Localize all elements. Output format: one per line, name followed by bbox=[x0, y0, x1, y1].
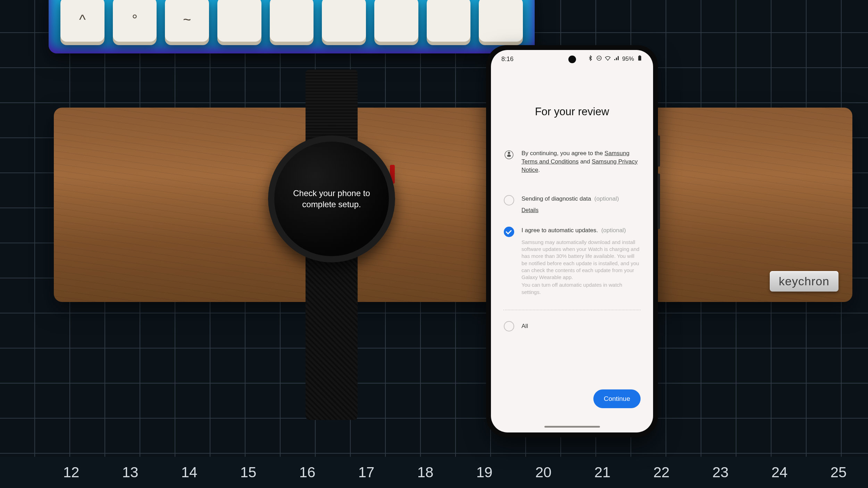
watch-strap-bottom bbox=[306, 257, 358, 420]
wooden-wrist-rest: keychron bbox=[54, 108, 852, 302]
ruler-strip: 121314 151617 181920 212223 2425 bbox=[0, 457, 868, 488]
diagnostic-row[interactable]: Sending of diagnostic data (optional) De… bbox=[503, 195, 641, 214]
keycap bbox=[374, 0, 418, 42]
terms-row: By continuing, you agree to the Samsung … bbox=[503, 149, 641, 174]
bluetooth-icon bbox=[587, 55, 593, 63]
keycap bbox=[479, 0, 523, 42]
diagnostic-checkbox[interactable] bbox=[504, 195, 514, 205]
svg-rect-3 bbox=[639, 56, 640, 56]
status-bar: 8:16 bbox=[491, 50, 653, 68]
phone-screen: 8:16 bbox=[491, 50, 653, 432]
svg-rect-2 bbox=[638, 56, 641, 60]
smartwatch: Check your phone to complete setup. bbox=[278, 69, 385, 420]
terms-text: By continuing, you agree to the Samsung … bbox=[521, 149, 641, 174]
optional-tag: (optional) bbox=[601, 227, 626, 234]
page-title: For your review bbox=[503, 106, 641, 118]
privacy-icon bbox=[503, 149, 515, 160]
diagnostic-label: Sending of diagnostic data bbox=[521, 195, 591, 202]
all-checkbox[interactable] bbox=[504, 321, 514, 331]
continue-button[interactable]: Continue bbox=[593, 389, 641, 408]
auto-updates-description: Samsung may automatically download and i… bbox=[521, 239, 641, 281]
watch-message: Check your phone to complete setup. bbox=[274, 188, 389, 210]
all-row[interactable]: All bbox=[503, 321, 641, 332]
watch-face: Check your phone to complete setup. bbox=[268, 135, 395, 262]
keycap bbox=[427, 0, 471, 42]
gesture-bar[interactable] bbox=[544, 426, 600, 428]
mechanical-keyboard: ^ ° ~ bbox=[49, 0, 535, 53]
phone: 8:16 bbox=[486, 45, 658, 437]
auto-updates-label: I agree to automatic updates. bbox=[521, 227, 598, 234]
battery-icon bbox=[637, 55, 643, 63]
keycap: ^ bbox=[60, 0, 105, 42]
signal-icon bbox=[614, 55, 619, 63]
keycap: ~ bbox=[165, 0, 209, 42]
auto-updates-row[interactable]: I agree to automatic updates. (optional)… bbox=[503, 226, 641, 296]
keycap bbox=[322, 0, 366, 42]
keycap: ° bbox=[113, 0, 157, 42]
keycap bbox=[270, 0, 314, 42]
divider bbox=[503, 310, 641, 310]
phone-side-button bbox=[658, 135, 660, 167]
keycap bbox=[217, 0, 261, 42]
all-label: All bbox=[521, 322, 641, 330]
svg-point-4 bbox=[508, 152, 510, 154]
keychron-badge: keychron bbox=[770, 271, 838, 292]
diagnostic-details-link[interactable]: Details bbox=[521, 207, 539, 214]
auto-updates-checkbox[interactable] bbox=[504, 227, 514, 237]
status-time: 8:16 bbox=[501, 56, 514, 63]
battery-percent: 95% bbox=[622, 56, 634, 62]
auto-updates-description-2: You can turn off automatic updates in wa… bbox=[521, 281, 641, 296]
wifi-icon bbox=[605, 55, 611, 63]
phone-volume-button bbox=[658, 174, 660, 229]
dnd-icon bbox=[596, 55, 602, 63]
